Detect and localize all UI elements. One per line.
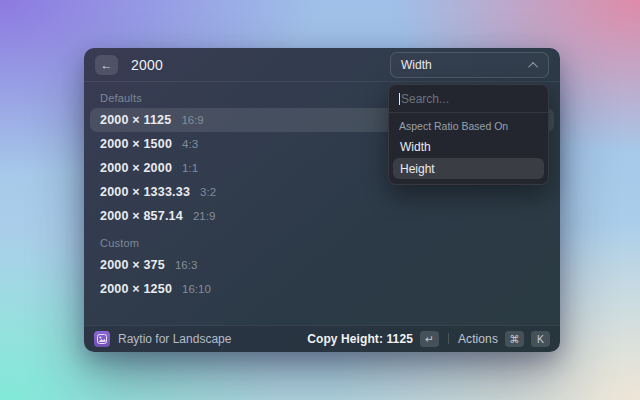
back-button[interactable]: ← — [95, 55, 118, 75]
back-arrow-icon: ← — [101, 55, 113, 75]
list-item-accessory: 16:10 — [182, 283, 211, 295]
list-item-title: 2000 × 375 — [100, 258, 165, 272]
app-name-label: Raytio for Landscape — [118, 332, 231, 346]
list-item-accessory: 3:2 — [200, 186, 216, 198]
list-item-accessory: 16:3 — [175, 259, 197, 271]
desktop-background: ← 2000 Width Defaults 2000 × 1125 16:9 2… — [0, 0, 640, 400]
search-placeholder: Search... — [401, 92, 449, 106]
raycast-window: ← 2000 Width Defaults 2000 × 1125 16:9 2… — [84, 48, 560, 352]
list-item-accessory: 21:9 — [193, 210, 215, 222]
aspect-ratio-dropdown-popover: Search... Aspect Ratio Based On Width He… — [388, 84, 549, 185]
footer-actions: Copy Height: 1125 ↵ Actions ⌘ K — [307, 331, 550, 347]
list-item-title: 2000 × 857.14 — [100, 209, 183, 223]
width-value-title: 2000 — [131, 57, 163, 73]
footer-divider — [448, 333, 449, 344]
list-item[interactable]: 2000 × 375 16:3 — [90, 253, 554, 277]
aspect-ratio-dropdown-button[interactable]: Width — [390, 52, 549, 78]
landscape-image-icon — [97, 334, 107, 344]
list-item-accessory: 4:3 — [182, 138, 198, 150]
popover-section-label: Aspect Ratio Based On — [389, 113, 548, 135]
actions-menu-button[interactable]: Actions ⌘ K — [458, 331, 550, 347]
dropdown-option-height[interactable]: Height — [393, 158, 544, 179]
list-item[interactable]: 2000 × 1250 16:10 — [90, 277, 554, 301]
list-item-title: 2000 × 1250 — [100, 282, 172, 296]
cmd-key-icon: ⌘ — [505, 331, 524, 347]
header: ← 2000 Width — [84, 48, 560, 82]
list-item[interactable]: 2000 × 857.14 21:9 — [90, 204, 554, 228]
actions-label: Actions — [458, 332, 498, 346]
k-key-icon: K — [531, 331, 550, 347]
footer-app-info: Raytio for Landscape — [94, 331, 231, 347]
list-item-title: 2000 × 1500 — [100, 137, 172, 151]
dropdown-search-input[interactable]: Search... — [389, 85, 548, 112]
return-key-icon: ↵ — [420, 331, 439, 347]
chevron-up-icon — [528, 61, 538, 71]
copy-height-action[interactable]: Copy Height: 1125 ↵ — [307, 331, 439, 347]
list-item-title: 2000 × 2000 — [100, 161, 172, 175]
copy-height-label: Copy Height: 1125 — [307, 332, 413, 346]
list-item-title: 2000 × 1333.33 — [100, 185, 190, 199]
text-caret — [399, 93, 400, 105]
list-item-accessory: 16:9 — [181, 114, 203, 126]
raytio-app-icon — [94, 331, 110, 347]
dropdown-selected-value: Width — [401, 58, 432, 72]
list-item-accessory: 1:1 — [182, 162, 198, 174]
list-item-title: 2000 × 1125 — [100, 113, 171, 127]
footer: Raytio for Landscape Copy Height: 1125 ↵… — [84, 325, 560, 352]
section-header-custom: Custom — [90, 228, 554, 253]
dropdown-option-width[interactable]: Width — [393, 136, 544, 157]
